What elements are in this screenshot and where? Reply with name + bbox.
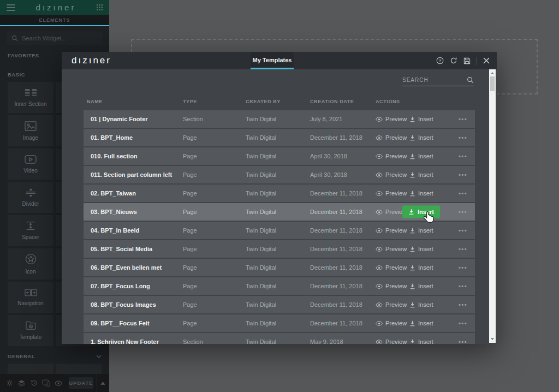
widget-template[interactable]: Template [8, 315, 53, 346]
table-row[interactable]: 09. BPT__Focus FeitPageTwin DigitalDecem… [84, 314, 475, 332]
template-created-by: Twin Digital [246, 246, 276, 252]
tab-my-templates[interactable]: My Templates [251, 52, 294, 69]
table-row[interactable]: 010. Full sectionPageTwin DigitalApril 3… [84, 147, 475, 165]
widget-image[interactable]: Image [8, 115, 53, 146]
preview-button[interactable]: Preview [376, 301, 407, 308]
preview-button-label: Preview [385, 227, 407, 234]
widget-search[interactable] [7, 31, 103, 45]
save-icon[interactable] [463, 57, 471, 64]
preview-button[interactable]: Preview [376, 264, 407, 271]
table-row[interactable]: 06. BPT_Even bellen metPageTwin DigitalD… [84, 259, 475, 276]
template-created-by: Twin Digital [246, 134, 276, 141]
more-actions-button[interactable]: ••• [459, 301, 467, 308]
template-type: Page [183, 246, 197, 252]
help-icon[interactable]: ? [436, 57, 444, 64]
more-actions-button[interactable]: ••• [459, 246, 467, 252]
preview-button[interactable]: Preview [376, 171, 407, 178]
table-row[interactable]: 07. BPT_Focus LongPageTwin DigitalDecemb… [84, 277, 475, 295]
insert-button[interactable]: Insert [409, 320, 433, 326]
preview-button[interactable]: Preview [376, 190, 407, 197]
template-created-by: Twin Digital [246, 209, 276, 215]
more-actions-button[interactable]: ••• [459, 116, 467, 122]
hamburger-menu-icon[interactable] [7, 4, 15, 11]
tab-elements[interactable]: ELEMENTS [0, 15, 109, 26]
scrollbar-thumb[interactable] [490, 76, 495, 91]
widget-search-input[interactable] [22, 35, 98, 41]
table-row[interactable]: 1. Schrijven New FooterSectionTwin Digit… [84, 333, 475, 344]
insert-button[interactable]: Insert [409, 246, 433, 252]
insert-button-active[interactable]: Insert [402, 206, 440, 218]
insert-button[interactable]: Insert [409, 134, 433, 141]
table-row[interactable]: 04. BPT_In BeeldPageTwin DigitalDecember… [84, 222, 475, 239]
modal-scrollbar[interactable] [489, 69, 496, 343]
widget-spacer[interactable]: Spacer [8, 215, 53, 246]
chevron-down-icon [96, 355, 102, 358]
navigator-icon[interactable] [15, 379, 27, 387]
table-row[interactable]: 08. BPT_Focus ImagesPageTwin DigitalDece… [84, 296, 475, 313]
more-actions-button[interactable]: ••• [459, 134, 467, 141]
preview-button[interactable]: Preview [376, 283, 407, 289]
preview-changes-icon[interactable] [52, 381, 64, 386]
more-actions-button[interactable]: ••• [459, 227, 467, 234]
widget-video[interactable]: Video [8, 149, 53, 180]
caret-up-icon [100, 382, 105, 385]
insert-button[interactable]: Insert [409, 171, 433, 178]
more-actions-button[interactable]: ••• [459, 171, 467, 178]
table-row[interactable]: 01. BPT_HomePageTwin DigitalDecember 11,… [84, 129, 475, 146]
modal-header: dızıner My Templates ? [62, 52, 497, 69]
insert-button[interactable]: Insert [409, 116, 433, 122]
template-name: 05. BPT_Social Media [91, 246, 152, 252]
widgets-grid-icon[interactable] [97, 4, 103, 10]
insert-button[interactable]: Insert [409, 153, 433, 159]
widget-icon[interactable]: Icon [8, 248, 53, 280]
table-row[interactable]: 011. Section part column leftPageTwin Di… [84, 166, 475, 183]
insert-button[interactable]: Insert [409, 190, 433, 197]
more-actions-button[interactable]: ••• [459, 153, 467, 159]
template-created-by: Twin Digital [246, 227, 276, 234]
sync-icon[interactable] [450, 57, 457, 64]
more-actions-button[interactable]: ••• [459, 209, 467, 215]
widget-divider[interactable]: Divider [8, 182, 53, 213]
more-actions-button[interactable]: ••• [459, 264, 467, 271]
preview-button[interactable]: Preview [376, 153, 407, 159]
spacer-icon [25, 221, 36, 230]
preview-button[interactable]: Preview [376, 227, 407, 234]
responsive-mode-icon[interactable] [40, 379, 52, 387]
table-row[interactable]: 02. BPT_TaiwanPageTwin DigitalDecember 1… [84, 185, 475, 202]
widget-navigation[interactable]: Navigation [8, 282, 53, 313]
insert-button[interactable]: Insert [409, 283, 433, 289]
table-row[interactable]: 01 | Dynamic FooterSectionTwin DigitalJu… [84, 110, 475, 128]
close-icon[interactable] [483, 57, 490, 64]
scrollbar-down-arrow[interactable] [491, 338, 494, 340]
template-created-by: Twin Digital [246, 283, 276, 289]
insert-button[interactable]: Insert [409, 264, 433, 271]
settings-icon[interactable] [3, 379, 15, 387]
insert-button[interactable]: Insert [409, 227, 433, 234]
more-actions-button[interactable]: ••• [459, 190, 467, 197]
widget-inner-section[interactable]: Inner Section [8, 82, 53, 113]
preview-button[interactable]: Preview [376, 116, 407, 122]
save-options-button[interactable] [97, 374, 109, 392]
table-row[interactable]: 03. BPT_NieuwsPageTwin DigitalDecember 1… [84, 203, 475, 221]
preview-button[interactable]: Preview [376, 246, 407, 252]
more-actions-button[interactable]: ••• [459, 338, 467, 344]
preview-button[interactable]: Preview [376, 338, 407, 344]
insert-button[interactable]: Insert [409, 301, 433, 308]
preview-button[interactable]: Preview [376, 320, 407, 326]
template-type: Page [183, 283, 197, 289]
table-row[interactable]: 05. BPT_Social MediaPageTwin DigitalDece… [84, 240, 475, 258]
insert-button[interactable]: Insert [409, 338, 433, 344]
search-icon [11, 35, 18, 41]
more-actions-button[interactable]: ••• [459, 283, 467, 289]
template-name: 02. BPT_Taiwan [91, 190, 136, 197]
table-header-row: NAME TYPE CREATED BY CREATION DATE ACTIO… [84, 99, 475, 106]
scrollbar-up-arrow[interactable] [491, 72, 494, 74]
modal-header-icons: ? [436, 52, 490, 69]
update-button[interactable]: UPDATE [69, 377, 93, 389]
history-icon[interactable] [28, 379, 40, 387]
preview-button-label: Preview [385, 190, 407, 197]
insert-button-label: Insert [418, 171, 433, 178]
preview-button[interactable]: Preview [376, 134, 407, 141]
more-actions-button[interactable]: ••• [459, 320, 467, 326]
general-section-header[interactable]: GENERAL [8, 353, 102, 359]
